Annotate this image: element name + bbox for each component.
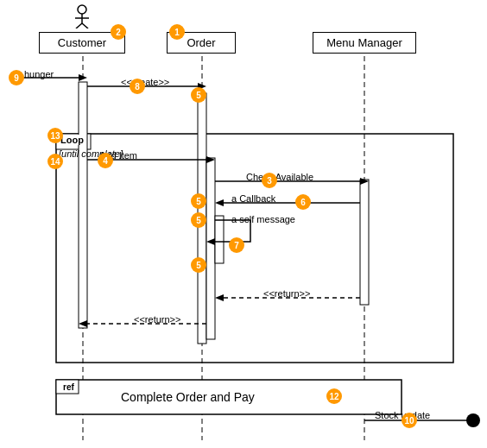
- return1-label: <<return>>: [263, 288, 310, 299]
- badge-5d: 5: [191, 257, 206, 273]
- badge-5c: 5: [191, 212, 206, 228]
- svg-rect-9: [206, 158, 215, 339]
- badge-8: 8: [130, 79, 145, 94]
- badge-7: 7: [229, 237, 244, 253]
- ref-label: ref: [60, 382, 77, 393]
- menumanager-box: Menu Manager: [313, 32, 416, 54]
- loop-label: Loop: [60, 135, 84, 145]
- badge-1: 1: [169, 24, 185, 40]
- badge-4: 4: [98, 153, 113, 168]
- customer-actor-figure: [65, 4, 99, 28]
- svg-rect-7: [79, 82, 87, 328]
- svg-point-30: [78, 5, 86, 14]
- return2-label: <<return>>: [134, 314, 180, 325]
- badge-5a: 5: [191, 87, 206, 103]
- customer-label: Customer: [58, 36, 106, 49]
- badge-2: 2: [111, 24, 126, 40]
- badge-6: 6: [295, 194, 311, 210]
- svg-marker-22: [215, 199, 224, 206]
- order-label: Order: [187, 36, 215, 49]
- svg-line-33: [76, 23, 82, 28]
- svg-line-34: [82, 23, 88, 28]
- callback-label: a Callback: [231, 193, 275, 204]
- badge-14: 14: [47, 154, 63, 169]
- badge-5b: 5: [191, 193, 206, 209]
- svg-rect-11: [215, 216, 224, 263]
- checkavailable-label: Check Available: [246, 172, 313, 182]
- hunger-label: hunger: [24, 69, 54, 79]
- loop-condition: [until complete]: [59, 148, 123, 159]
- svg-marker-25: [215, 294, 224, 301]
- badge-12: 12: [326, 388, 342, 404]
- badge-3: 3: [262, 173, 277, 188]
- badge-9: 9: [9, 70, 24, 85]
- ref-content: Complete Order and Pay: [121, 390, 255, 404]
- menumanager-label: Menu Manager: [326, 36, 402, 49]
- selfmessage-label: a self message: [231, 214, 295, 224]
- svg-marker-27: [79, 320, 87, 327]
- svg-marker-14: [79, 74, 87, 81]
- create-label: <<create>>: [121, 77, 169, 87]
- svg-point-29: [466, 413, 480, 427]
- svg-rect-3: [56, 134, 453, 363]
- svg-marker-20: [360, 178, 369, 185]
- svg-marker-23: [206, 238, 215, 245]
- svg-marker-18: [206, 156, 215, 163]
- badge-13: 13: [47, 128, 63, 143]
- sequence-diagram: Customer Order Menu Manager hunger <<cre…: [0, 0, 487, 448]
- svg-rect-10: [360, 180, 369, 305]
- badge-10: 10: [402, 413, 417, 428]
